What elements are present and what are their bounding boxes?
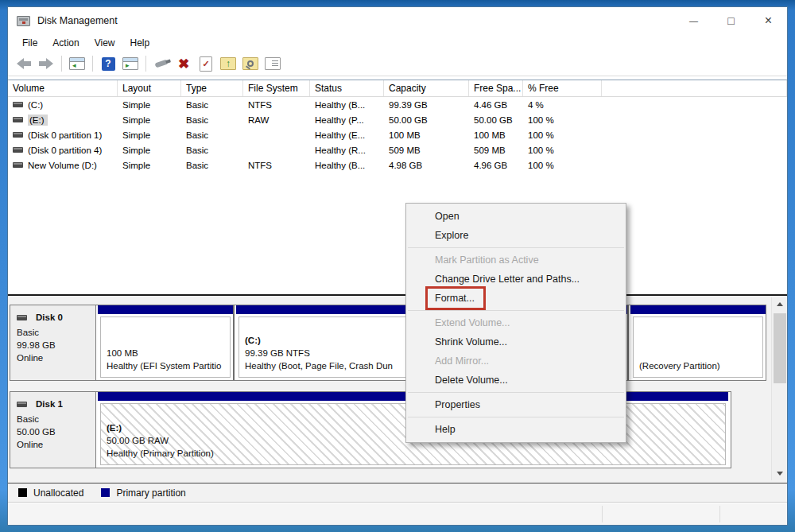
disk-pane-scrollbar[interactable]: [771, 297, 787, 480]
show-action-pane-icon: ▸: [122, 57, 138, 70]
folder-search-button[interactable]: [241, 54, 260, 73]
disk-icon: [17, 315, 27, 320]
table-row[interactable]: (Disk 0 partition 1) Simple Basic Health…: [8, 127, 787, 142]
volume-type: Basic: [181, 161, 243, 170]
toolbar-separator: [92, 56, 93, 72]
forward-button[interactable]: [37, 54, 56, 73]
table-row-selected[interactable]: (E:) Simple Basic RAW Healthy (P... 50.0…: [8, 112, 787, 127]
show-action-pane-button[interactable]: ▸: [121, 54, 140, 73]
column-header-layout[interactable]: Layout: [118, 80, 181, 96]
partition-title: [639, 334, 720, 347]
show-console-tree-button[interactable]: ◂: [68, 54, 87, 73]
chevron-up-icon: [777, 302, 783, 306]
volume-name: (E:): [28, 115, 48, 126]
column-header-pctfree[interactable]: % Free: [523, 80, 602, 96]
menu-item-explore[interactable]: Explore: [406, 226, 626, 245]
minimize-button[interactable]: —: [675, 7, 712, 34]
menu-file[interactable]: File: [15, 35, 45, 51]
volume-name: (Disk 0 partition 4): [28, 146, 102, 155]
column-header-volume[interactable]: Volume: [8, 80, 118, 96]
volume-capacity: 99.39 GB: [384, 100, 469, 110]
properties-list-button[interactable]: [263, 54, 282, 73]
partition-title: (E:): [107, 421, 214, 434]
disk-type: Basic: [17, 326, 91, 339]
disk-type: Basic: [17, 413, 91, 425]
volume-freespace: 4.46 GB: [469, 100, 523, 110]
disk-name: Disk 0: [36, 311, 63, 324]
folder-search-icon: [242, 57, 258, 70]
partition-recovery[interactable]: (Recovery Partition): [630, 305, 766, 380]
menu-view[interactable]: View: [87, 35, 123, 51]
partition-status: Healthy (Boot, Page File, Crash Dun: [245, 359, 393, 372]
column-header-type[interactable]: Type: [181, 80, 243, 96]
volume-layout: Simple: [118, 130, 181, 140]
legend-primary-label: Primary partition: [116, 487, 185, 499]
pointer-tool-button[interactable]: [152, 54, 171, 73]
menu-action[interactable]: Action: [45, 35, 87, 51]
disk-1-label[interactable]: Disk 1 Basic 50.00 GB Online: [10, 392, 96, 468]
partition-color-strip: [98, 305, 233, 314]
column-header-filesystem[interactable]: File System: [243, 80, 310, 96]
folder-up-button[interactable]: ↑: [219, 54, 238, 73]
menu-item-open[interactable]: Open: [406, 207, 626, 226]
disk-management-window: Disk Management — □ × File Action View H…: [7, 6, 788, 526]
scrollbar-thumb[interactable]: [774, 313, 786, 383]
volume-pctfree: 100 %: [523, 115, 602, 125]
scroll-up-button[interactable]: [772, 297, 788, 311]
menu-separator: [408, 417, 624, 417]
table-row[interactable]: New Volume (D:) Simple Basic NTFS Health…: [8, 157, 787, 173]
column-header-capacity[interactable]: Capacity: [384, 80, 469, 96]
table-row[interactable]: (Disk 0 partition 4) Simple Basic Health…: [8, 142, 787, 157]
menu-help[interactable]: Help: [123, 35, 158, 51]
maximize-icon: □: [727, 14, 734, 27]
pointer-tool-icon: [154, 60, 168, 68]
disk-status: Online: [17, 438, 91, 451]
menu-item-delete-volume[interactable]: Delete Volume...: [406, 371, 626, 390]
format-highlight-annotation: [425, 286, 486, 310]
partition-efi[interactable]: 100 MB Healthy (EFI System Partitio: [98, 305, 235, 380]
volume-type: Basic: [181, 130, 243, 140]
menu-item-shrink-volume[interactable]: Shrink Volume...: [406, 332, 626, 351]
menu-item-extend-volume: Extend Volume...: [406, 313, 626, 332]
column-header-freespace[interactable]: Free Spa...: [469, 80, 523, 96]
maximize-button[interactable]: □: [712, 7, 750, 34]
properties-list-icon: [265, 57, 281, 70]
close-button[interactable]: ×: [750, 7, 787, 34]
forward-icon: [38, 58, 54, 69]
partition-color-strip: [630, 305, 766, 314]
volume-context-menu: Open Explore Mark Partition as Active Ch…: [405, 203, 626, 443]
disk-status: Online: [17, 351, 91, 364]
legend-unallocated-label: Unallocated: [33, 487, 83, 499]
menu-separator: [408, 392, 624, 393]
disk-size: 99.98 GB: [17, 339, 91, 351]
menu-item-help[interactable]: Help: [406, 420, 626, 439]
back-button[interactable]: [14, 54, 33, 73]
scroll-down-button[interactable]: [772, 467, 788, 480]
menu-item-format[interactable]: Format...: [406, 289, 626, 308]
delete-button[interactable]: ✖: [174, 54, 193, 73]
menu-item-properties[interactable]: Properties: [406, 395, 626, 414]
column-header-status[interactable]: Status: [310, 80, 384, 96]
disk-icon: [17, 402, 27, 407]
table-row[interactable]: (C:) Simple Basic NTFS Healthy (B... 99.…: [8, 97, 787, 112]
title-bar: Disk Management — □ ×: [8, 7, 787, 34]
window-title: Disk Management: [37, 15, 118, 26]
volume-icon: [13, 147, 23, 153]
menu-bar: File Action View Help: [8, 34, 787, 52]
volume-filesystem: NTFS: [243, 100, 310, 110]
volume-capacity: 100 MB: [384, 130, 469, 140]
chevron-down-icon: [777, 472, 783, 476]
close-icon: ×: [765, 14, 772, 28]
partition-size: [639, 347, 720, 359]
show-console-tree-icon: ◂: [69, 57, 85, 70]
help-button[interactable]: ?: [99, 54, 118, 73]
app-icon: [17, 16, 30, 26]
toolbar-separator: [61, 56, 62, 72]
volume-table-header: Volume Layout Type File System Status Ca…: [8, 80, 787, 97]
volume-capacity: 509 MB: [384, 146, 469, 155]
commit-changes-button[interactable]: ✓: [196, 54, 215, 73]
volume-capacity: 50.00 GB: [384, 115, 469, 125]
help-icon: ?: [102, 57, 115, 71]
volume-icon: [13, 117, 23, 122]
disk-0-label[interactable]: Disk 0 Basic 99.98 GB Online: [10, 305, 96, 380]
